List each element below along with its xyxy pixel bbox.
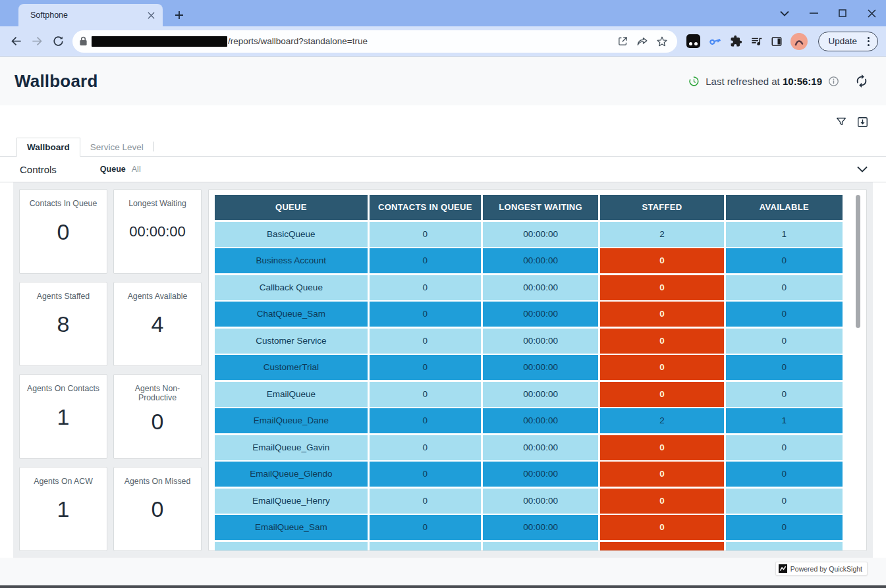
queue-cell[interactable]: BasicQueue xyxy=(215,222,368,247)
table-row[interactable]: EmailQueue 0 00:00:00 0 0 xyxy=(215,382,843,407)
longest-waiting-cell[interactable]: 00:00:00 xyxy=(483,222,598,247)
export-icon[interactable] xyxy=(856,116,869,128)
staffed-cell[interactable]: 0 xyxy=(600,435,723,460)
lock-icon[interactable] xyxy=(79,36,88,46)
longest-waiting-cell[interactable]: 00:00:00 xyxy=(483,542,598,550)
contacts-in-queue-cell[interactable]: 0 xyxy=(370,275,481,300)
longest-waiting-cell[interactable]: 00:00:00 xyxy=(483,302,598,327)
controls-collapse-chevron-icon[interactable] xyxy=(857,166,868,173)
contacts-in-queue-cell[interactable]: 0 xyxy=(370,329,481,354)
contacts-in-queue-cell[interactable]: 0 xyxy=(370,382,481,407)
share-icon[interactable] xyxy=(636,36,648,47)
longest-waiting-cell[interactable]: 00:00:00 xyxy=(483,515,598,540)
col-header-queue[interactable]: QUEUE xyxy=(215,195,368,220)
bookmark-star-icon[interactable] xyxy=(656,36,668,47)
browser-menu-icon[interactable] xyxy=(862,37,875,46)
queue-cell[interactable]: EmailQueue_Henry xyxy=(215,489,368,514)
longest-waiting-cell[interactable]: 00:00:00 xyxy=(483,408,598,433)
table-row[interactable]: EmailQueue_Sam 0 00:00:00 0 0 xyxy=(215,515,843,540)
table-row[interactable]: EmailQueue_Glendo 0 00:00:00 0 0 xyxy=(215,462,843,487)
staffed-cell[interactable]: 0 xyxy=(600,489,723,514)
queue-cell[interactable]: EmailQueue_… xyxy=(215,542,368,550)
tab-service-level[interactable]: Service Level xyxy=(80,138,153,157)
playlist-icon[interactable] xyxy=(750,35,763,47)
longest-waiting-cell[interactable]: 00:00:00 xyxy=(483,329,598,354)
longest-waiting-cell[interactable]: 00:00:00 xyxy=(483,275,598,300)
contacts-in-queue-cell[interactable]: 0 xyxy=(370,222,481,247)
available-cell[interactable]: 1 xyxy=(726,222,843,247)
staffed-cell[interactable]: 2 xyxy=(600,222,723,247)
browser-tab[interactable]: Softphone xyxy=(18,4,163,26)
available-cell[interactable]: 0 xyxy=(726,489,843,514)
contacts-in-queue-cell[interactable]: 0 xyxy=(370,408,481,433)
queue-cell[interactable]: EmailQueue_Dane xyxy=(215,408,368,433)
available-cell[interactable]: 0 xyxy=(726,329,843,354)
longest-waiting-cell[interactable]: 00:00:00 xyxy=(483,435,598,460)
contacts-in-queue-cell[interactable]: 0 xyxy=(370,248,481,273)
new-tab-button[interactable] xyxy=(171,7,188,24)
queue-filter-value[interactable]: All xyxy=(132,165,141,174)
longest-waiting-cell[interactable]: 00:00:00 xyxy=(483,489,598,514)
filter-funnel-icon[interactable] xyxy=(835,116,847,128)
table-scrollbar[interactable] xyxy=(856,195,860,328)
longest-waiting-cell[interactable]: 00:00:00 xyxy=(483,248,598,273)
contacts-in-queue-cell[interactable]: 0 xyxy=(370,542,481,550)
url-bar[interactable]: /reports/wallboard?standalone=true xyxy=(72,30,677,53)
table-row[interactable]: EmailQueue_Dane 0 00:00:00 2 1 xyxy=(215,408,843,433)
table-row[interactable]: Business Account 0 00:00:00 0 0 xyxy=(215,248,843,273)
forward-icon[interactable] xyxy=(26,31,47,52)
staffed-cell[interactable]: 0 xyxy=(600,382,723,407)
longest-waiting-cell[interactable]: 00:00:00 xyxy=(483,382,598,407)
staffed-cell[interactable]: 0 xyxy=(600,302,723,327)
staffed-cell[interactable]: 0 xyxy=(600,248,723,273)
available-cell[interactable]: 0 xyxy=(726,248,843,273)
table-row[interactable]: BasicQueue 0 00:00:00 2 1 xyxy=(215,222,843,247)
table-row[interactable]: ChatQueue_Sam 0 00:00:00 0 0 xyxy=(215,302,843,327)
queue-cell[interactable]: EmailQueue xyxy=(215,382,368,407)
available-cell[interactable]: 0 xyxy=(726,462,843,487)
available-cell[interactable]: 0 xyxy=(726,355,843,380)
tab-close-icon[interactable] xyxy=(146,10,156,20)
table-row[interactable]: EmailQueue_Gavin 0 00:00:00 0 0 xyxy=(215,435,843,460)
staffed-cell[interactable]: 0 xyxy=(600,355,723,380)
close-icon[interactable] xyxy=(857,0,886,26)
back-icon[interactable] xyxy=(5,31,26,52)
staffed-cell[interactable]: 0 xyxy=(600,329,723,354)
col-header-available[interactable]: AVAILABLE xyxy=(726,195,843,220)
col-header-staffed[interactable]: STAFFED xyxy=(600,195,723,220)
contacts-in-queue-cell[interactable]: 0 xyxy=(370,355,481,380)
queue-cell[interactable]: CustomerTrial xyxy=(215,355,368,380)
side-panel-icon[interactable] xyxy=(771,36,783,47)
staffed-cell[interactable]: 2 xyxy=(600,408,723,433)
table-row[interactable]: Callback Queue 0 00:00:00 0 0 xyxy=(215,275,843,300)
table-row[interactable]: EmailQueue_… 0 00:00:00 0 0 xyxy=(215,542,843,550)
info-icon[interactable] xyxy=(828,76,839,87)
queue-cell[interactable]: Customer Service xyxy=(215,329,368,354)
table-row[interactable]: EmailQueue_Henry 0 00:00:00 0 0 xyxy=(215,489,843,514)
extension-black-icon[interactable] xyxy=(686,34,700,48)
profile-avatar[interactable] xyxy=(790,33,808,50)
powered-by-badge[interactable]: Powered by QuickSight xyxy=(775,562,868,575)
available-cell[interactable]: 0 xyxy=(726,435,843,460)
available-cell[interactable]: 0 xyxy=(726,302,843,327)
staffed-cell[interactable]: 0 xyxy=(600,515,723,540)
staffed-cell[interactable]: 0 xyxy=(600,542,723,550)
queue-cell[interactable]: EmailQueue_Glendo xyxy=(215,462,368,487)
maximize-icon[interactable] xyxy=(828,0,857,26)
contacts-in-queue-cell[interactable]: 0 xyxy=(370,515,481,540)
queue-cell[interactable]: Callback Queue xyxy=(215,275,368,300)
queue-cell[interactable]: ChatQueue_Sam xyxy=(215,302,368,327)
contacts-in-queue-cell[interactable]: 0 xyxy=(370,302,481,327)
contacts-in-queue-cell[interactable]: 0 xyxy=(370,462,481,487)
minimize-icon[interactable] xyxy=(799,0,828,26)
longest-waiting-cell[interactable]: 00:00:00 xyxy=(483,462,598,487)
update-button[interactable]: Update xyxy=(818,32,878,51)
url-text[interactable]: /reports/wallboard?standalone=true xyxy=(228,36,617,46)
available-cell[interactable]: 0 xyxy=(726,542,843,550)
contacts-in-queue-cell[interactable]: 0 xyxy=(370,489,481,514)
queue-cell[interactable]: Business Account xyxy=(215,248,368,273)
puzzle-icon[interactable] xyxy=(730,35,742,47)
table-row[interactable]: CustomerTrial 0 00:00:00 0 0 xyxy=(215,355,843,380)
queue-cell[interactable]: EmailQueue_Sam xyxy=(215,515,368,540)
queue-cell[interactable]: EmailQueue_Gavin xyxy=(215,435,368,460)
